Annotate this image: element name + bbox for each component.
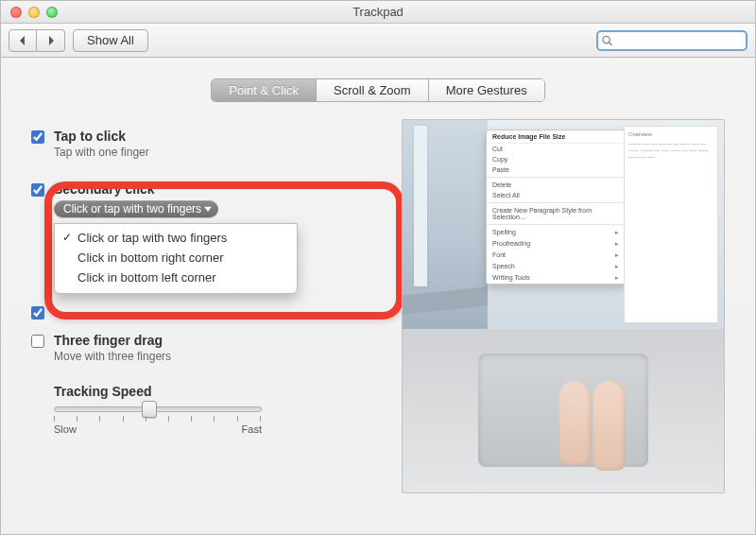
- search-field-wrap: [596, 30, 747, 51]
- slider-label-fast: Fast: [242, 423, 262, 435]
- preview-menu-item: Writing Tools▸: [487, 272, 625, 284]
- tap-to-click-sub: Tap with one finger: [54, 146, 149, 159]
- tap-to-click-title: Tap to click: [54, 129, 149, 144]
- preview-menu-item: Cut: [487, 144, 625, 154]
- secondary-click-checkbox[interactable]: [31, 183, 44, 197]
- search-icon: [602, 35, 612, 45]
- back-button[interactable]: [9, 29, 37, 52]
- option-tap-to-click: Tap to click Tap with one finger: [31, 119, 390, 172]
- slider-thumb[interactable]: [142, 401, 157, 418]
- checkmark-icon: ✓: [62, 231, 72, 244]
- chevron-down-icon: [204, 207, 212, 212]
- preview-menu-item: Copy: [487, 154, 625, 164]
- window-title: Trackpad: [1, 5, 755, 19]
- gesture-preview: Reduce Image File Size Cut Copy Paste De…: [402, 119, 725, 493]
- three-finger-drag-checkbox[interactable]: [31, 335, 44, 348]
- finger-icon: [593, 380, 626, 471]
- look-up-checkbox[interactable]: [31, 306, 44, 319]
- slider-label-slow: Slow: [54, 423, 77, 435]
- preview-document: Overview ––––– ––– –– ––––– –– –––– ––– …: [624, 126, 718, 323]
- content-area: Point & Click Scroll & Zoom More Gesture…: [1, 58, 755, 534]
- preview-image: [403, 120, 488, 329]
- chevron-right-icon: [46, 36, 56, 45]
- search-input[interactable]: [596, 30, 747, 51]
- preview-menu-item: Speech▸: [487, 261, 625, 272]
- secondary-menu-item-bottom-right[interactable]: Click in bottom right corner: [55, 248, 297, 268]
- tab-more-gestures[interactable]: More Gestures: [429, 79, 544, 101]
- toolbar: Show All: [1, 24, 755, 58]
- option-three-finger-drag: Three finger drag Move with three finger…: [31, 323, 390, 376]
- preview-menu-item: Select All: [487, 190, 625, 200]
- secondary-click-menu: ✓ Click or tap with two fingers Click in…: [54, 223, 298, 294]
- finger-icon: [559, 380, 592, 465]
- tab-scroll-zoom[interactable]: Scroll & Zoom: [317, 79, 429, 101]
- secondary-click-title: Secondary click: [54, 181, 218, 197]
- tracking-speed-slider[interactable]: [54, 406, 262, 412]
- secondary-click-selected: Click or tap with two fingers: [63, 202, 201, 216]
- preview-menu-item: Font▸: [487, 250, 625, 261]
- option-secondary-click: Secondary click Click or tap with two fi…: [31, 172, 390, 217]
- secondary-click-dropdown[interactable]: Click or tap with two fingers: [54, 200, 218, 217]
- tracking-speed-group: Tracking Speed: [31, 384, 390, 435]
- preview-doc-heading: Overview: [628, 130, 713, 138]
- tracking-speed-title: Tracking Speed: [54, 384, 390, 399]
- preview-fingers: [559, 380, 626, 471]
- preview-menu-item: Spelling▸: [487, 227, 625, 238]
- preview-menu-item: Create New Paragraph Style from Selectio…: [487, 205, 625, 222]
- tap-to-click-checkbox[interactable]: [31, 130, 44, 144]
- tab-bar: Point & Click Scroll & Zoom More Gesture…: [1, 58, 755, 119]
- three-finger-drag-sub: Move with three fingers: [54, 350, 171, 363]
- secondary-menu-item-two-fingers[interactable]: ✓ Click or tap with two fingers: [55, 228, 297, 248]
- preview-trackpad: [478, 354, 648, 467]
- preview-context-menu: Reduce Image File Size Cut Copy Paste De…: [486, 129, 626, 285]
- preview-screen: Reduce Image File Size Cut Copy Paste De…: [403, 120, 724, 329]
- preview-trackpad-area: [403, 329, 724, 492]
- show-all-button[interactable]: Show All: [73, 29, 148, 52]
- tab-point-click[interactable]: Point & Click: [212, 79, 317, 101]
- prefs-window: Trackpad Show All Point & Click Scroll &…: [0, 0, 756, 535]
- preview-menu-item: Paste: [487, 164, 625, 175]
- preview-menu-item: Proofreading▸: [487, 238, 625, 250]
- forward-button[interactable]: [37, 29, 65, 52]
- titlebar: Trackpad: [1, 1, 755, 24]
- preview-menu-header: Reduce Image File Size: [487, 130, 625, 144]
- preview-menu-item: Delete: [487, 180, 625, 190]
- three-finger-drag-title: Three finger drag: [54, 333, 171, 348]
- secondary-menu-item-bottom-left[interactable]: Click in bottom left corner: [55, 268, 297, 287]
- chevron-left-icon: [18, 36, 27, 45]
- nav-buttons: [9, 29, 65, 52]
- options-column: Tap to click Tap with one finger Seconda…: [31, 119, 390, 493]
- svg-line-1: [609, 42, 611, 44]
